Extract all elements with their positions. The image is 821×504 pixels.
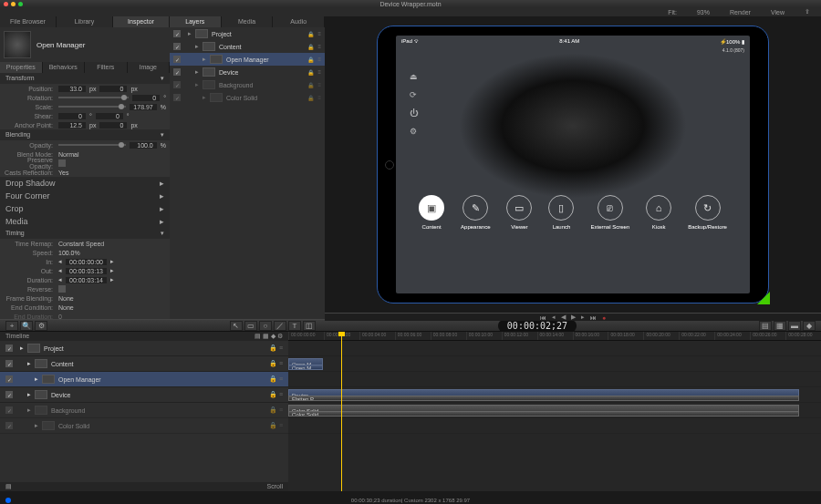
ipad-device[interactable]: iPad ᯤ 8:41 AM ⚡100% ▮ 4.1.0 (807) ⏏⟳⏻⚙ … (377, 26, 769, 303)
layer-visible-checkbox[interactable]: ✓ (173, 30, 181, 37)
goto-start[interactable]: ⏮ (540, 314, 546, 321)
layer-visible-checkbox[interactable]: ✓ (173, 43, 181, 50)
pointer-tool[interactable]: ↖ (230, 321, 243, 331)
layer-color-solid[interactable]: ✓▸Color Solid🔒≡ (170, 91, 325, 104)
section-timing[interactable]: Timing▾ (0, 228, 170, 239)
track-row[interactable] (288, 372, 821, 387)
minimize-window[interactable] (11, 2, 16, 6)
timeline-ruler[interactable]: 00:00:00:0000:00:02:0000:00:04:0000:00:0… (288, 332, 821, 341)
tab-inspector[interactable]: Inspector (113, 16, 170, 27)
timecode-display[interactable]: 00:00:02;27 (498, 320, 577, 332)
track-enable-checkbox[interactable]: ✓ (5, 422, 13, 429)
track-enable-checkbox[interactable]: ✓ (5, 406, 13, 414)
layer-content[interactable]: ✓▸Content🔒≡ (170, 40, 325, 53)
add-menu[interactable]: + (5, 321, 18, 331)
in-value[interactable]: 00:00:00:00 (66, 259, 107, 265)
position-y[interactable]: 0 (99, 86, 127, 92)
goto-end[interactable]: ⏭ (590, 314, 597, 321)
lock-icon[interactable]: 🔒 (307, 57, 314, 63)
tab-media[interactable]: Media (222, 16, 274, 27)
lock-icon[interactable]: 🔒 (307, 82, 314, 88)
rotation-slider[interactable] (58, 97, 129, 98)
record[interactable]: ● (602, 314, 606, 321)
track-background[interactable]: ✓▸Background🔒 ≡ (0, 403, 288, 418)
section-media[interactable]: Media▸ (0, 215, 170, 228)
layer-visible-checkbox[interactable]: ✓ (173, 68, 181, 76)
clip[interactable]: Flatten P... (288, 396, 799, 401)
opacity-slider[interactable] (58, 144, 126, 146)
section-dropshadow[interactable]: Drop Shadow▸ (0, 177, 170, 190)
blendmode-value[interactable]: Normal (58, 151, 79, 158)
track-color-solid[interactable]: ✓▸Color Solid🔒 ≡ (0, 418, 288, 434)
duration-value[interactable]: 00:00:03:14 (66, 277, 107, 283)
rect-tool[interactable]: ▭ (244, 321, 257, 331)
frameblend-value[interactable]: None (58, 295, 74, 302)
search-icon[interactable]: 🔍 (20, 321, 33, 331)
playhead[interactable] (341, 332, 342, 491)
tab-file-browser[interactable]: File Browser (0, 16, 57, 27)
tab-library[interactable]: Library (57, 16, 113, 27)
share-icon[interactable]: ⇪ (797, 8, 817, 15)
section-transform[interactable]: Transform▾ (0, 73, 170, 84)
lock-icon[interactable]: 🔒 (307, 95, 314, 101)
keyframe-toggle[interactable]: ◆ (803, 321, 816, 331)
close-window[interactable] (4, 2, 8, 6)
track-row[interactable]: DeviceFlatten P... (288, 387, 821, 403)
speed-value[interactable]: 100.0% (58, 250, 80, 256)
timeline-toggle[interactable]: ▬ (788, 321, 801, 331)
layer-visible-checkbox[interactable]: ✓ (173, 94, 181, 101)
view-menu[interactable]: View (764, 9, 792, 15)
zoom-percent[interactable]: 93% (690, 9, 717, 15)
position-x[interactable]: 33.0 (58, 86, 86, 92)
library-toggle[interactable]: ▦ (774, 321, 786, 331)
lock-icon[interactable]: 🔒 (307, 44, 314, 50)
subtab-filters[interactable]: Filters (85, 62, 128, 73)
step-back[interactable]: ◂ (552, 314, 556, 321)
clip[interactable]: Open M... (288, 365, 323, 370)
play[interactable]: ▶ (571, 314, 576, 321)
tab-layers[interactable]: Layers (170, 16, 222, 27)
scale-slider[interactable] (58, 106, 126, 108)
lock-icon[interactable]: 🔒 (307, 31, 314, 37)
subtab-behaviors[interactable]: Behaviors (43, 62, 86, 73)
track-open-manager[interactable]: ✓▸Open Manager🔒 ≡ (0, 372, 288, 387)
out-value[interactable]: 00:00:03:13 (66, 268, 107, 274)
layer-visible-checkbox[interactable]: ✓ (173, 81, 181, 88)
clip[interactable]: Color Solid (288, 411, 799, 417)
track-row[interactable]: Color SolidColor Solid (288, 403, 821, 418)
track-device[interactable]: ✓▸Device🔒 ≡ (0, 387, 288, 403)
layer-open-manager[interactable]: ✓▸Open Manager🔒≡ (170, 53, 325, 66)
layer-visible-checkbox[interactable]: ✓ (173, 56, 181, 63)
subtab-image[interactable]: Image (128, 62, 171, 73)
track-row[interactable] (288, 418, 821, 434)
track-project[interactable]: ✓▸Project🔒 ≡ (0, 341, 288, 356)
track-enable-checkbox[interactable]: ✓ (5, 345, 13, 352)
section-fourcorner[interactable]: Four Corner▸ (0, 190, 170, 202)
track-enable-checkbox[interactable]: ✓ (5, 375, 13, 383)
subtab-properties[interactable]: Properties (0, 62, 43, 73)
gear-icon[interactable]: ⚙ (35, 321, 47, 331)
layer-project[interactable]: ✓▸Project🔒≡ (170, 27, 325, 40)
track-row[interactable] (288, 341, 821, 356)
endcond-value[interactable]: None (58, 304, 74, 311)
track-row[interactable]: Open M...Open M... (288, 356, 821, 372)
layer-device[interactable]: ✓▸Device🔒≡ (170, 66, 325, 78)
timeline-opts[interactable]: ▤ ▦ ◆ ⚙ (255, 332, 283, 341)
preserve-checkbox[interactable] (58, 159, 66, 167)
track-enable-checkbox[interactable]: ✓ (5, 391, 13, 398)
play-reverse[interactable]: ◀ (561, 314, 566, 321)
remap-value[interactable]: Constant Speed (58, 241, 104, 247)
track-content[interactable]: ✓▸Content🔒 ≡ (0, 356, 288, 372)
reverse-checkbox[interactable] (58, 285, 66, 293)
section-blending[interactable]: Blending▾ (0, 129, 170, 140)
casts-value[interactable]: Yes (58, 170, 68, 176)
line-tool[interactable]: ／ (274, 321, 286, 331)
text-tool[interactable]: T (288, 321, 301, 331)
step-fwd[interactable]: ▸ (581, 314, 585, 321)
section-crop[interactable]: Crop▸ (0, 202, 170, 215)
circle-tool[interactable]: ○ (259, 321, 272, 331)
zoom-window[interactable] (18, 2, 23, 6)
render-menu[interactable]: Render (722, 9, 758, 15)
mask-tool[interactable]: ◫ (303, 321, 316, 331)
hud-toggle[interactable]: ▤ (759, 321, 772, 331)
